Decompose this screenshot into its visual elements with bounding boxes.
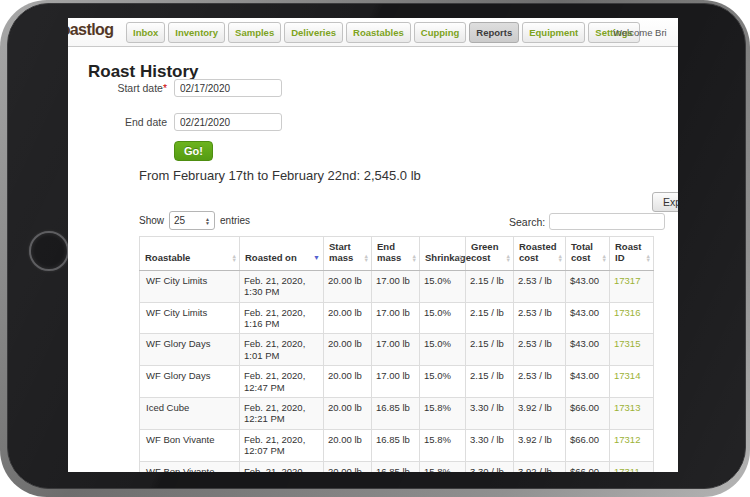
table-row: Iced CubeFeb. 21, 2020, 12:21 PM20.00 lb…	[140, 397, 654, 429]
cell-total-cost: $43.00	[566, 334, 610, 366]
page-size-select[interactable]: 25 ▲▼	[169, 211, 215, 230]
roast-id-link[interactable]: 17313	[614, 402, 640, 413]
cell-roasted-cost: 2.53 / lb	[514, 366, 566, 398]
table-header: Roastable▲▼Roasted on▼Start mass▲▼End ma…	[140, 237, 654, 271]
search-input[interactable]	[549, 213, 665, 230]
cell-green-cost: 2.15 / lb	[466, 302, 514, 334]
tab-roastables[interactable]: Roastables	[346, 22, 411, 43]
cell-roasted-cost: 3.92 / lb	[514, 429, 566, 461]
tab-inventory[interactable]: Inventory	[168, 22, 225, 43]
welcome-text: Welcome Bri	[613, 27, 667, 38]
page-size-value: 25	[174, 215, 185, 226]
tab-deliveries[interactable]: Deliveries	[284, 22, 343, 43]
cell-roasted-on: Feb. 21, 2020, 12:07 PM	[240, 429, 324, 461]
export-button[interactable]: Export	[652, 192, 678, 212]
sort-icon: ▲▼	[412, 254, 417, 263]
table-body: WF City LimitsFeb. 21, 2020, 1:30 PM20.0…	[140, 270, 654, 472]
table-row: WF City LimitsFeb. 21, 2020, 1:30 PM20.0…	[140, 270, 654, 302]
roast-id-link[interactable]: 17317	[614, 275, 640, 286]
roastlog-logo: roastlog	[68, 21, 113, 39]
nav-tabs: InboxInventorySamplesDeliveriesRoastable…	[126, 22, 640, 43]
cell-total-cost: $43.00	[566, 302, 610, 334]
tab-samples[interactable]: Samples	[228, 22, 281, 43]
cell-end-mass: 16.85 lb	[372, 429, 420, 461]
sort-icon: ▲▼	[558, 254, 563, 263]
cell-shrinkage: 15.8%	[420, 397, 466, 429]
column-header-start-mass[interactable]: Start mass▲▼	[324, 237, 372, 271]
go-button[interactable]: Go!	[174, 141, 213, 161]
cell-roasted-on: Feb. 21, 2020, 1:01 PM	[240, 334, 324, 366]
cell-total-cost: $66.00	[566, 397, 610, 429]
cell-total-cost: $43.00	[566, 366, 610, 398]
tab-equipment[interactable]: Equipment	[522, 22, 585, 43]
cell-shrinkage: 15.8%	[420, 461, 466, 472]
cell-roastable: WF Glory Days	[140, 334, 240, 366]
sort-icon: ▲▼	[506, 254, 511, 263]
cell-end-mass: 17.00 lb	[372, 302, 420, 334]
cell-roast-id: 17315	[610, 334, 654, 366]
column-header-roasted-on[interactable]: Roasted on▼	[240, 237, 324, 271]
cell-roast-id: 17313	[610, 397, 654, 429]
cell-green-cost: 3.30 / lb	[466, 461, 514, 472]
cell-start-mass: 20.00 lb	[324, 302, 372, 334]
cell-roasted-on: Feb. 21, 2020, 12:47 PM	[240, 366, 324, 398]
required-asterisk: *	[163, 82, 167, 94]
cell-roasted-cost: 2.53 / lb	[514, 302, 566, 334]
column-header-roastable[interactable]: Roastable▲▼	[140, 237, 240, 271]
cell-start-mass: 20.00 lb	[324, 366, 372, 398]
roast-id-link[interactable]: 17311	[614, 466, 640, 472]
cell-roasted-cost: 3.92 / lb	[514, 397, 566, 429]
cell-start-mass: 20.00 lb	[324, 334, 372, 366]
end-date-input[interactable]	[174, 113, 282, 131]
sort-icon: ▲▼	[458, 254, 463, 263]
cell-roastable: WF City Limits	[140, 270, 240, 302]
sort-desc-icon: ▼	[313, 254, 320, 262]
table-row: WF Glory DaysFeb. 21, 2020, 1:01 PM20.00…	[140, 334, 654, 366]
cell-start-mass: 20.00 lb	[324, 461, 372, 472]
start-date-input[interactable]	[174, 79, 282, 97]
show-label: Show	[139, 215, 164, 226]
cell-roastable: WF Glory Days	[140, 366, 240, 398]
select-updown-icon: ▲▼	[205, 217, 210, 225]
cell-total-cost: $66.00	[566, 429, 610, 461]
cell-end-mass: 17.00 lb	[372, 334, 420, 366]
cell-roastable: WF Bon Vivante	[140, 429, 240, 461]
column-header-green-cost[interactable]: Green cost▲▼	[466, 237, 514, 271]
cell-shrinkage: 15.0%	[420, 334, 466, 366]
cell-roasted-on: Feb. 21, 2020, 11:55 AM	[240, 461, 324, 472]
roast-id-link[interactable]: 17315	[614, 338, 640, 349]
cell-roasted-on: Feb. 21, 2020, 1:16 PM	[240, 302, 324, 334]
cell-roast-id: 17311	[610, 461, 654, 472]
cell-start-mass: 20.00 lb	[324, 270, 372, 302]
cell-roast-id: 17314	[610, 366, 654, 398]
cell-shrinkage: 15.0%	[420, 270, 466, 302]
roast-id-link[interactable]: 17316	[614, 307, 640, 318]
tab-inbox[interactable]: Inbox	[126, 22, 165, 43]
cell-shrinkage: 15.0%	[420, 302, 466, 334]
cell-roasted-cost: 2.53 / lb	[514, 270, 566, 302]
table-row: WF Bon VivanteFeb. 21, 2020, 11:55 AM20.…	[140, 461, 654, 472]
column-header-total-cost[interactable]: Total cost▲▼	[566, 237, 610, 271]
tab-cupping[interactable]: Cupping	[414, 22, 467, 43]
column-header-roast-id[interactable]: Roast ID▲▼	[610, 237, 654, 271]
cell-roastable: WF City Limits	[140, 302, 240, 334]
cell-end-mass: 17.00 lb	[372, 366, 420, 398]
cell-end-mass: 16.85 lb	[372, 397, 420, 429]
column-header-shrinkage[interactable]: Shrinkage▲▼	[420, 237, 466, 271]
cell-total-cost: $43.00	[566, 270, 610, 302]
column-header-end-mass[interactable]: End mass▲▼	[372, 237, 420, 271]
cell-roasted-on: Feb. 21, 2020, 12:21 PM	[240, 397, 324, 429]
cell-roasted-on: Feb. 21, 2020, 1:30 PM	[240, 270, 324, 302]
roast-id-link[interactable]: 17314	[614, 370, 640, 381]
page-size-control: Show 25 ▲▼ entries	[139, 211, 250, 230]
cell-total-cost: $66.00	[566, 461, 610, 472]
cell-roast-id: 17316	[610, 302, 654, 334]
roast-id-link[interactable]: 17312	[614, 434, 640, 445]
tab-reports[interactable]: Reports	[469, 22, 519, 43]
column-header-roasted-cost[interactable]: Roasted cost▲▼	[514, 237, 566, 271]
date-range-summary: From February 17th to February 22nd: 2,5…	[139, 168, 421, 183]
cell-start-mass: 20.00 lb	[324, 397, 372, 429]
sort-icon: ▲▼	[364, 254, 369, 263]
app-header: roastlog InboxInventorySamplesDeliveries…	[68, 18, 678, 47]
cell-roastable: WF Bon Vivante	[140, 461, 240, 472]
